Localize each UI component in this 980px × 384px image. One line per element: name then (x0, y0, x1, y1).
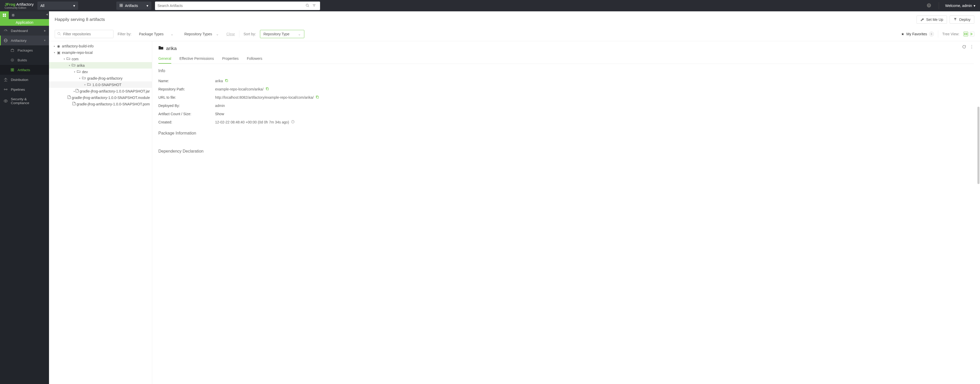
svg-rect-25 (13, 70, 14, 71)
tab-followers[interactable]: Followers (247, 55, 262, 63)
tree-label: example-repo-local (62, 51, 92, 55)
tree-node-jar[interactable]: gradle-jfrog-artifactory-1.0.0-SNAPSHOT.… (49, 88, 152, 94)
refresh-icon[interactable] (962, 45, 966, 49)
tree-view-toggle-expanded[interactable] (970, 32, 974, 36)
sidebar-heading: Application (0, 19, 49, 26)
svg-rect-22 (11, 68, 12, 70)
tree-node-arika[interactable]: arika (49, 62, 152, 68)
expand-icon[interactable] (73, 90, 76, 92)
search-button[interactable] (304, 2, 311, 10)
deploy-button[interactable]: Deploy (950, 16, 974, 24)
collapse-icon[interactable] (52, 51, 56, 54)
sidebar-tabs: ◀ (0, 11, 49, 19)
svg-line-5 (308, 6, 309, 7)
logo-jfrog: JFrog (5, 2, 16, 6)
sidebar-tab-app[interactable] (0, 11, 9, 19)
svg-rect-36 (966, 34, 967, 35)
tree-label: com (72, 57, 78, 61)
tree-node-artifactory-build-info[interactable]: ◉ artifactory-build-info (49, 43, 152, 49)
show-link[interactable]: Show (215, 112, 224, 116)
filter-icon-button[interactable] (311, 2, 317, 10)
svg-text:?: ? (928, 4, 930, 7)
package-types-dropdown[interactable]: Package Types ⌄ (136, 30, 177, 38)
sidebar-item-builds[interactable]: Builds (0, 55, 49, 65)
content: ◉ artifactory-build-info ▣ example-repo-… (49, 41, 980, 384)
sidebar-item-artifacts[interactable]: Artifacts (0, 65, 49, 75)
copy-icon[interactable] (266, 87, 269, 91)
sidebar-item-artifactory[interactable]: Artifactory ▼ (0, 36, 49, 45)
search-input[interactable] (158, 3, 304, 8)
topbar: JFrog Artifactory Community Edition All … (0, 0, 980, 11)
my-favorites[interactable]: ★ My Favorites 0 (901, 32, 934, 36)
tree-node-pom[interactable]: gradle-jfrog-artifactory-1.0.0-SNAPSHOT.… (49, 101, 152, 107)
filter-repos-input[interactable] (55, 30, 113, 38)
svg-point-21 (12, 60, 13, 60)
eye-icon (3, 99, 8, 103)
svg-rect-40 (226, 80, 228, 82)
sidebar-item-label: Security & Compliance (11, 97, 45, 105)
tree-node-module[interactable]: gradle-jfrog-artifactory-1.0.0-SNAPSHOT.… (49, 94, 152, 101)
scope-dropdown-all[interactable]: All ▾ (37, 2, 78, 10)
tree-node-dev[interactable]: dev (49, 68, 152, 75)
sidebar-tab-admin[interactable] (9, 11, 18, 19)
tab-general[interactable]: General (158, 55, 171, 63)
svg-rect-24 (11, 70, 12, 71)
folder-icon (158, 45, 164, 51)
collapse-icon[interactable] (68, 64, 71, 67)
collapse-icon[interactable]: ◀ (46, 13, 48, 16)
svg-rect-2 (120, 5, 121, 6)
collapse-icon[interactable] (73, 71, 76, 73)
set-me-up-button[interactable]: Set Me Up (916, 16, 947, 24)
folder-open-icon (71, 63, 76, 68)
collapse-icon[interactable] (83, 84, 87, 86)
tree-node-example-repo-local[interactable]: ▣ example-repo-local (49, 49, 152, 56)
folder-open-icon (66, 57, 71, 61)
svg-rect-23 (13, 68, 14, 70)
tree-node-gradle-jfrog-artifactory[interactable]: gradle-jfrog-artifactory (49, 75, 152, 81)
sidebar: ◀ Application Dashboard ▶ Artifactory ▼ (0, 11, 49, 384)
svg-point-28 (6, 89, 7, 90)
sidebar-item-security[interactable]: Security & Compliance (0, 94, 49, 108)
sidebar-item-distribution[interactable]: Distribution (0, 75, 49, 84)
copy-icon[interactable] (316, 95, 319, 100)
upload-icon (953, 18, 957, 21)
copy-icon[interactable] (225, 79, 228, 83)
sidebar-item-label: Dashboard (11, 29, 28, 33)
more-icon[interactable]: ⋮ (970, 45, 974, 49)
sidebar-item-packages[interactable]: Packages (0, 45, 49, 55)
scrollbar[interactable] (977, 107, 980, 184)
tree-label: gradle-jfrog-artifactory-1.0.0-SNAPSHOT.… (80, 89, 150, 93)
tree-node-snapshot[interactable]: 1.0.0-SNAPSHOT (49, 81, 152, 88)
scope-dropdown-artifacts[interactable]: Artifacts ▾ (116, 2, 151, 10)
tab-permissions[interactable]: Effective Permissions (180, 55, 214, 63)
collapse-icon[interactable] (78, 77, 81, 79)
tree-node-com[interactable]: com (49, 56, 152, 62)
artifactory-icon (3, 38, 8, 43)
repo-types-dropdown[interactable]: Repository Types ⌄ (181, 30, 222, 38)
help-icon[interactable]: ? (925, 2, 932, 10)
repo-icon: ◉ (56, 44, 61, 48)
chevron-down-icon: ▼ (44, 39, 46, 42)
sort-by-dropdown[interactable]: Repository Type ⌄ (260, 30, 304, 38)
svg-rect-41 (266, 88, 268, 90)
expand-icon[interactable] (52, 45, 56, 48)
sidebar-item-pipelines[interactable]: Pipelines (0, 84, 49, 94)
tree-view-toggle-compact[interactable] (964, 32, 968, 36)
info-row-artifact-count: Artifact Count / Size: Show (158, 110, 974, 118)
svg-rect-35 (964, 34, 966, 35)
chevron-down-icon: ⌄ (298, 32, 301, 36)
detail-pane: arika ⋮ General Effective Permissions Pr… (152, 41, 980, 384)
info-help-icon[interactable]: ? (291, 120, 294, 124)
detail-tabs: General Effective Permissions Properties… (158, 55, 974, 64)
search-container (155, 2, 320, 10)
info-key: Deployed By: (158, 103, 215, 108)
svg-point-20 (11, 59, 14, 62)
clear-filters-link[interactable]: Clear (226, 32, 235, 36)
my-favorites-label: My Favorites (907, 32, 927, 36)
tab-properties[interactable]: Properties (222, 55, 239, 63)
tree-label: gradle-jfrog-artifactory (87, 76, 123, 80)
collapse-icon[interactable] (62, 58, 66, 60)
sidebar-item-dashboard[interactable]: Dashboard ▶ (0, 26, 49, 36)
sidebar-item-label: Packages (18, 48, 33, 52)
user-menu[interactable]: Welcome, admin ▾ (945, 3, 975, 8)
